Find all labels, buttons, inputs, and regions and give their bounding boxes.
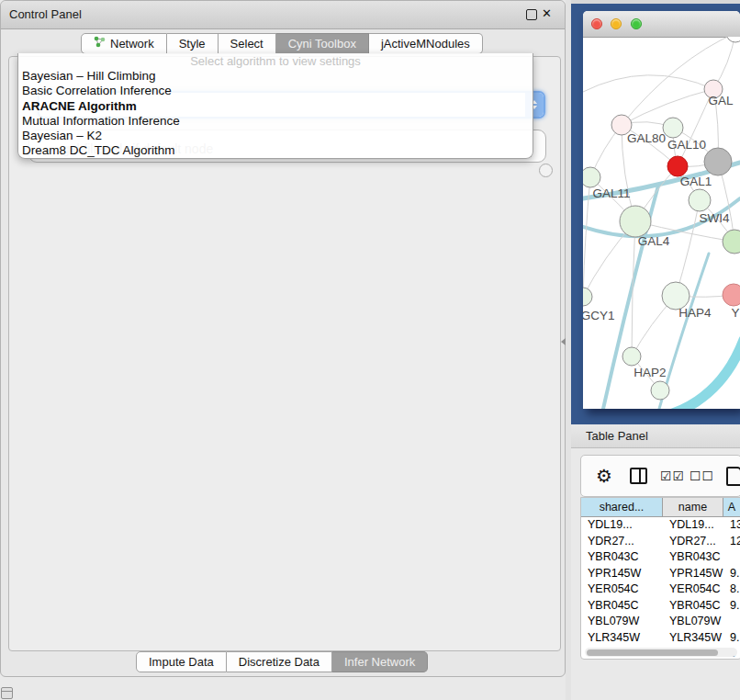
scrollbar-thumb[interactable] <box>587 649 718 656</box>
tab-select[interactable]: Select <box>219 33 276 54</box>
dropdown-item[interactable]: Mutual Information Inference <box>18 114 533 129</box>
table-row[interactable]: YBR045CYBR045C9. <box>581 598 740 615</box>
table-cell: YER054C <box>581 581 663 598</box>
network-node-gal1[interactable] <box>667 156 688 176</box>
table-cell: 9. <box>723 566 740 582</box>
network-node-gal4[interactable] <box>620 206 651 237</box>
network-node[interactable] <box>723 230 740 254</box>
node-label: HAP2 <box>633 366 666 379</box>
help-icon[interactable] <box>539 164 553 177</box>
node-label: SWI4 <box>699 211 729 225</box>
tab-jactivemnodules[interactable]: jActiveMNodules <box>369 33 483 54</box>
splitter-collapse-icon[interactable] <box>561 338 566 345</box>
network-view-window[interactable]: GALGAL80GAL10GAL1GAL11SWI4GAL4GCY1HAP4YH… <box>583 11 740 409</box>
network-edge <box>583 75 713 92</box>
table-row[interactable]: YDL19...YDL19...13 <box>581 517 740 534</box>
tab-cyni-toolbox[interactable]: Cyni Toolbox <box>276 33 369 54</box>
table-cell: YDL19... <box>581 517 663 534</box>
deselect-all-rows-icon[interactable]: ☐☐ <box>690 456 714 496</box>
node-label: Y <box>731 306 739 320</box>
dropdown-item[interactable]: Bayesian – K2 <box>18 129 533 143</box>
panel-title: Control Panel <box>9 7 82 21</box>
close-icon[interactable]: ✕ <box>542 6 552 20</box>
tab-style[interactable]: Style <box>167 33 219 54</box>
table-cell: YLR345W <box>581 630 663 647</box>
node-label: GAL11 <box>592 186 630 200</box>
column-header-A[interactable]: A <box>723 498 740 517</box>
select-all-rows-icon[interactable]: ☑☑ <box>660 456 685 496</box>
table-cell <box>723 614 740 630</box>
new-table-icon[interactable] <box>726 456 740 496</box>
table-row[interactable]: YER054CYER054C8. <box>581 581 740 598</box>
network-window-titlebar[interactable] <box>583 11 740 38</box>
table-row[interactable]: YBR043CYBR043C <box>581 549 740 566</box>
table-cell: YBR045C <box>581 598 663 615</box>
node-label: GAL <box>708 94 734 107</box>
close-traffic-light-icon[interactable] <box>591 18 602 29</box>
table-cell: YBL079W <box>581 614 663 630</box>
table-cell: 13 <box>723 517 740 534</box>
table-row[interactable]: YPR145WYPR145W9. <box>581 566 740 582</box>
table-cell: YER054C <box>663 581 723 598</box>
network-canvas[interactable]: GALGAL80GAL10GAL1GAL11SWI4GAL4GCY1HAP4YH… <box>583 37 740 409</box>
network-node-swi4[interactable] <box>689 189 711 211</box>
table-row[interactable]: YLR345WYLR345W9. <box>581 630 740 647</box>
node-label: GAL1 <box>680 175 712 188</box>
table-row[interactable]: YDR27...YDR27...12 <box>581 534 740 550</box>
network-edge <box>583 177 590 297</box>
node-label: GAL10 <box>667 138 706 152</box>
network-edge <box>676 200 700 296</box>
network-node-gal10[interactable] <box>663 118 683 138</box>
tab-label: jActiveMNodules <box>381 34 470 53</box>
table-cell: YDR27... <box>663 534 723 550</box>
dropdown-placeholder: Select algorithm to view settings <box>18 53 533 69</box>
tab-label: Discretize Data <box>239 652 320 672</box>
dropdown-item[interactable]: Basic Correlation Inference <box>18 84 533 98</box>
network-edge <box>673 340 740 409</box>
tab-label: Select <box>230 34 263 53</box>
tab-network[interactable]: Network <box>81 33 167 54</box>
float-window-icon[interactable] <box>526 9 537 20</box>
settings-gear-icon[interactable]: ⚙ <box>596 456 613 496</box>
network-node-gal11[interactable] <box>583 167 600 187</box>
dropdown-item[interactable]: Dream8 DC_TDC Algorithm <box>18 143 533 158</box>
dropdown-item[interactable]: Bayesian – Hill Climbing <box>18 69 533 84</box>
network-node-hap2[interactable] <box>622 347 641 366</box>
table-horizontal-scrollbar[interactable] <box>585 648 737 657</box>
tab-discretize-data[interactable]: Discretize Data <box>227 651 332 672</box>
split-columns-icon[interactable] <box>630 456 647 496</box>
minimize-traffic-light-icon[interactable] <box>611 18 622 29</box>
node-label: HAP4 <box>678 306 712 320</box>
network-node-y[interactable] <box>723 284 740 306</box>
tab-label: Cyni Toolbox <box>288 34 356 53</box>
table-cell: YLR345W <box>663 630 723 647</box>
control-panel-window: Control Panel ✕ NetworkStyleSelectCyni T… <box>0 0 566 677</box>
column-header-name[interactable]: name <box>663 498 723 517</box>
network-node-gcy1[interactable] <box>583 288 592 306</box>
node-label: GAL80 <box>627 131 666 145</box>
network-node[interactable] <box>726 37 740 42</box>
table-cell <box>723 549 740 566</box>
table-toolbar: ⚙☑☑☐☐ <box>580 455 740 497</box>
table-cell: 12 <box>723 534 740 550</box>
table-row[interactable]: YBL079WYBL079W <box>581 614 740 630</box>
network-canvas-svg: GALGAL80GAL10GAL1GAL11SWI4GAL4GCY1HAP4YH… <box>583 37 740 409</box>
node-label: GAL4 <box>638 234 670 248</box>
table-cell: 9. <box>723 630 740 647</box>
column-header-shared...[interactable]: shared... <box>581 498 663 517</box>
tab-infer-network[interactable]: Infer Network <box>332 651 428 672</box>
dropdown-item[interactable]: ARACNE Algorithm <box>18 99 533 114</box>
minimized-panel-icon[interactable] <box>1 687 13 699</box>
zoom-traffic-light-icon[interactable] <box>631 18 642 29</box>
right-pane: GALGAL80GAL10GAL1GAL11SWI4GAL4GCY1HAP4YH… <box>566 0 740 700</box>
table-cell: YBR045C <box>663 598 723 615</box>
table-cell: YPR145W <box>663 566 723 582</box>
network-desktop: GALGAL80GAL10GAL1GAL11SWI4GAL4GCY1HAP4YH… <box>571 0 740 424</box>
tab-label: Infer Network <box>344 652 415 672</box>
tab-impute-data[interactable]: Impute Data <box>136 651 227 672</box>
network-node[interactable] <box>704 148 732 175</box>
network-node[interactable] <box>651 381 669 400</box>
table-cell: YBR043C <box>663 549 723 566</box>
table-cell: YDR27... <box>581 534 663 550</box>
network-edge <box>632 221 635 356</box>
